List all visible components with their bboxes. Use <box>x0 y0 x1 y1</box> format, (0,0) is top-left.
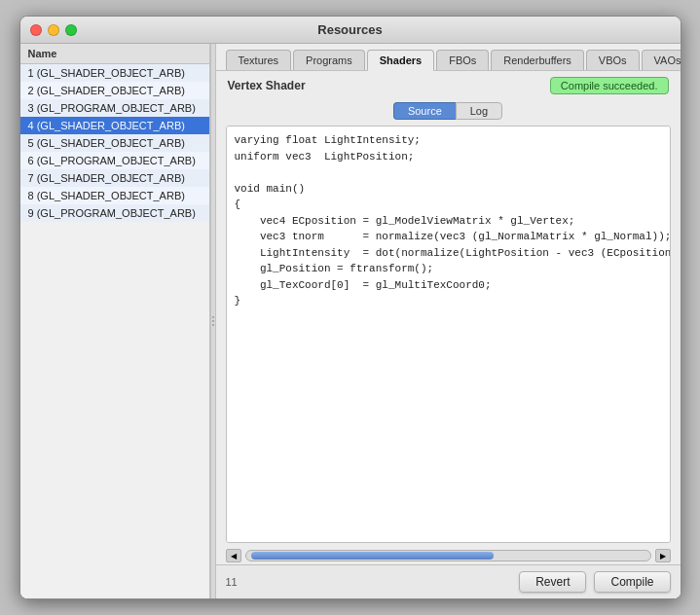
code-editor[interactable]: varying float LightIntensity; uniform ve… <box>226 126 671 543</box>
bottom-buttons: Revert Compile <box>519 571 670 593</box>
tab-shaders[interactable]: Shaders <box>367 50 434 71</box>
sidebar-item-8[interactable]: 8 (GL_SHADER_OBJECT_ARB) <box>20 187 209 204</box>
horizontal-scrollbar: ◀ ▶ <box>216 547 681 564</box>
tab-fbos[interactable]: FBOs <box>436 50 489 70</box>
sidebar-item-7[interactable]: 7 (GL_SHADER_OBJECT_ARB) <box>20 169 209 187</box>
main-window: Resources Name 1 (GL_SHADER_OBJECT_ARB) … <box>19 16 682 599</box>
sidebar-item-1[interactable]: 1 (GL_SHADER_OBJECT_ARB) <box>20 64 209 82</box>
main-panel: Textures Programs Shaders FBOs Renderbuf… <box>216 44 681 598</box>
sidebar-item-9[interactable]: 9 (GL_PROGRAM_OBJECT_ARB) <box>20 204 209 222</box>
tab-programs[interactable]: Programs <box>293 50 365 70</box>
shader-header: Vertex Shader Compile succeeded. <box>216 71 681 100</box>
divider-dots <box>212 316 214 326</box>
minimize-button[interactable] <box>48 24 59 36</box>
log-tab-button[interactable]: Log <box>456 102 502 120</box>
tab-textures[interactable]: Textures <box>226 50 292 70</box>
sidebar-item-2[interactable]: 2 (GL_SHADER_OBJECT_ARB) <box>20 82 209 99</box>
maximize-button[interactable] <box>65 24 77 36</box>
scrollbar-thumb[interactable] <box>251 552 494 560</box>
scroll-right-button[interactable]: ▶ <box>655 549 671 562</box>
scrollbar-track[interactable] <box>245 550 651 561</box>
tab-vaos[interactable]: VAOs <box>642 50 681 70</box>
content-area: Name 1 (GL_SHADER_OBJECT_ARB) 2 (GL_SHAD… <box>20 44 681 598</box>
source-log-tab-group: Source Log <box>216 102 681 120</box>
window-title: Resources <box>317 22 382 37</box>
tab-vbos[interactable]: VBOs <box>586 50 640 70</box>
compile-status-badge: Compile succeeded. <box>550 77 669 94</box>
traffic-lights <box>30 24 77 36</box>
title-bar: Resources <box>20 17 681 44</box>
tab-bar: Textures Programs Shaders FBOs Renderbuf… <box>216 44 681 71</box>
tab-renderbuffers[interactable]: Renderbuffers <box>491 50 584 70</box>
shader-label: Vertex Shader <box>228 79 306 92</box>
sidebar-item-5[interactable]: 5 (GL_SHADER_OBJECT_ARB) <box>20 134 209 152</box>
sidebar-item-4[interactable]: 4 (GL_SHADER_OBJECT_ARB) <box>20 117 209 134</box>
bottom-bar: 11 Revert Compile <box>216 564 681 598</box>
sidebar: Name 1 (GL_SHADER_OBJECT_ARB) 2 (GL_SHAD… <box>20 44 210 598</box>
source-tab-button[interactable]: Source <box>393 102 456 120</box>
revert-button[interactable]: Revert <box>519 571 586 593</box>
sidebar-item-6[interactable]: 6 (GL_PROGRAM_OBJECT_ARB) <box>20 152 209 169</box>
line-count: 11 <box>226 576 238 588</box>
scroll-left-button[interactable]: ◀ <box>226 549 241 562</box>
close-button[interactable] <box>30 24 42 36</box>
compile-button[interactable]: Compile <box>594 571 670 593</box>
sidebar-item-3[interactable]: 3 (GL_PROGRAM_OBJECT_ARB) <box>20 99 209 117</box>
sidebar-header: Name <box>20 44 209 64</box>
